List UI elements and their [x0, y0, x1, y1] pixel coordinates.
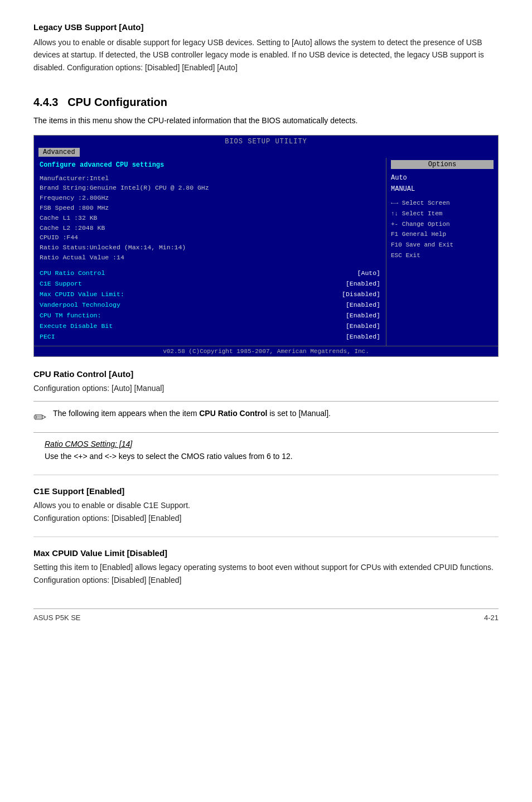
bios-info-line: Ratio Status:Unlocked (Max:14, Min:14): [40, 243, 380, 253]
max-cpuid-body: Setting this item to [Enabled] allows le…: [33, 561, 499, 586]
bios-info-line: Cache L1 :32 KB: [40, 213, 380, 223]
max-cpuid-body-line: Setting this item to [Enabled] allows le…: [33, 561, 499, 573]
section-443-title: 4.4.3 CPU Configuration: [33, 96, 499, 109]
bios-key-row: ←→ Select Screen: [391, 198, 494, 209]
bios-config-row: Execute Disable Bit[Enabled]: [40, 321, 380, 332]
bios-config-row: Vanderpool Technology[Enabled]: [40, 300, 380, 311]
c1e-body-line: Configuration options: [Disabled] [Enabl…: [33, 512, 499, 524]
bios-keys: ←→ Select Screen↑↓ Select Item+- Change …: [391, 198, 494, 260]
bios-options-list: AutoMANUAL: [391, 172, 494, 195]
bios-info-line: Brand String:Genuine Intel(R) CPU @ 2.80…: [40, 183, 380, 193]
footer-right: 4-21: [484, 613, 499, 622]
bios-tabs: Advanced: [34, 147, 498, 158]
bios-options-header: Options: [391, 160, 494, 169]
config-value: [Disabled]: [342, 289, 380, 300]
max-cpuid-body-line: Configuration options: [Disabled] [Enabl…: [33, 574, 499, 586]
max-cpuid-title: Max CPUID Value Limit [Disabled]: [33, 548, 499, 558]
bios-footer: v02.58 (C)Copyright 1985-2007, American …: [34, 346, 498, 356]
config-label: C1E Support: [40, 279, 82, 289]
divider-2: [33, 537, 499, 537]
bios-config-row: Max CPUID Value Limit:[Disabled]: [40, 289, 380, 300]
config-label: CPU TM function:: [40, 311, 101, 321]
ratio-cmos-subitem: Ratio CMOS Setting: [14] Use the <+> and…: [45, 439, 499, 462]
divider-1: [33, 475, 499, 475]
ratio-cmos-body: Use the <+> and <-> keys to select the C…: [45, 450, 499, 462]
c1e-title: C1E Support [Enabled]: [33, 486, 499, 496]
c1e-section: C1E Support [Enabled] Allows you to enab…: [33, 486, 499, 524]
bios-header: BIOS SETUP UTILITY: [34, 136, 498, 147]
bios-key-row: +- Change Option: [391, 219, 494, 230]
bios-info-line: FSB Speed :800 MHz: [40, 203, 380, 213]
cpu-ratio-section: CPU Ratio Control [Auto] Configuration o…: [33, 369, 499, 463]
config-value: [Auto]: [357, 268, 380, 279]
legacy-usb-body: Allows you to enable or disable support …: [33, 36, 499, 74]
cpu-ratio-body: Configuration options: [Auto] [Manual]: [33, 382, 499, 394]
legacy-usb-title: Legacy USB Support [Auto]: [33, 22, 499, 32]
note-box: ✏ The following item appears when the it…: [33, 401, 499, 433]
bios-left-header: Configure advanced CPU settings: [40, 161, 380, 169]
config-value: [Enabled]: [346, 279, 380, 289]
bios-screenshot: BIOS SETUP UTILITY Advanced Configure ad…: [33, 135, 499, 357]
bios-left-panel: Configure advanced CPU settings Manufact…: [34, 158, 386, 346]
config-value: [Enabled]: [346, 332, 380, 342]
bios-tab-advanced: Advanced: [38, 148, 80, 157]
bios-info-line: Frequency :2.80GHz: [40, 193, 380, 203]
bios-option-item: Auto: [391, 172, 494, 183]
note-text: The following item appears when the item…: [53, 407, 331, 419]
bios-info-line: Ratio Actual Value :14: [40, 253, 380, 263]
bios-config-table: CPU Ratio Control[Auto]C1E Support[Enabl…: [40, 268, 380, 342]
bios-key-row: F10 Save and Exit: [391, 240, 494, 250]
config-label: Max CPUID Value Limit:: [40, 289, 124, 300]
config-value: [Enabled]: [346, 300, 380, 311]
config-label: PECI: [40, 332, 55, 342]
bios-key-row: ESC Exit: [391, 250, 494, 261]
bios-info-line: CPUID :F44: [40, 233, 380, 243]
c1e-body: Allows you to enable or disable C1E Supp…: [33, 499, 499, 524]
bios-option-item: MANUAL: [391, 183, 494, 195]
bios-main: Configure advanced CPU settings Manufact…: [34, 158, 498, 346]
section-443-desc: The items in this menu show the CPU-rela…: [33, 114, 499, 127]
bios-info-line: Manufacturer:Intel: [40, 173, 380, 183]
bios-key-row: ↑↓ Select Item: [391, 209, 494, 219]
bios-right-panel: Options AutoMANUAL ←→ Select Screen↑↓ Se…: [386, 158, 498, 346]
ratio-cmos-title: Ratio CMOS Setting: [14]: [45, 439, 499, 448]
max-cpuid-section: Max CPUID Value Limit [Disabled] Setting…: [33, 548, 499, 586]
bios-info-block: Manufacturer:IntelBrand String:Genuine I…: [40, 173, 380, 263]
note-bold: CPU Ratio Control: [199, 409, 267, 418]
footer-left: ASUS P5K SE: [33, 613, 81, 622]
c1e-body-line: Allows you to enable or disable C1E Supp…: [33, 499, 499, 511]
bios-config-row: C1E Support[Enabled]: [40, 279, 380, 289]
config-value: [Enabled]: [346, 311, 380, 321]
bios-key-row: F1 General Help: [391, 229, 494, 240]
section-443: 4.4.3 CPU Configuration The items in thi…: [33, 96, 499, 356]
page-footer: ASUS P5K SE 4-21: [33, 608, 499, 622]
legacy-usb-section: Legacy USB Support [Auto] Allows you to …: [33, 22, 499, 74]
bios-config-row: PECI[Enabled]: [40, 332, 380, 342]
bios-info-line: Cache L2 :2048 KB: [40, 223, 380, 233]
bios-config-row: CPU TM function:[Enabled]: [40, 311, 380, 321]
config-value: [Enabled]: [346, 321, 380, 332]
cpu-ratio-title: CPU Ratio Control [Auto]: [33, 369, 499, 379]
note-icon: ✏: [33, 408, 46, 427]
bios-config-row: CPU Ratio Control[Auto]: [40, 268, 380, 279]
config-label: Execute Disable Bit: [40, 321, 113, 332]
config-label: Vanderpool Technology: [40, 300, 120, 311]
config-label: CPU Ratio Control: [40, 268, 105, 279]
